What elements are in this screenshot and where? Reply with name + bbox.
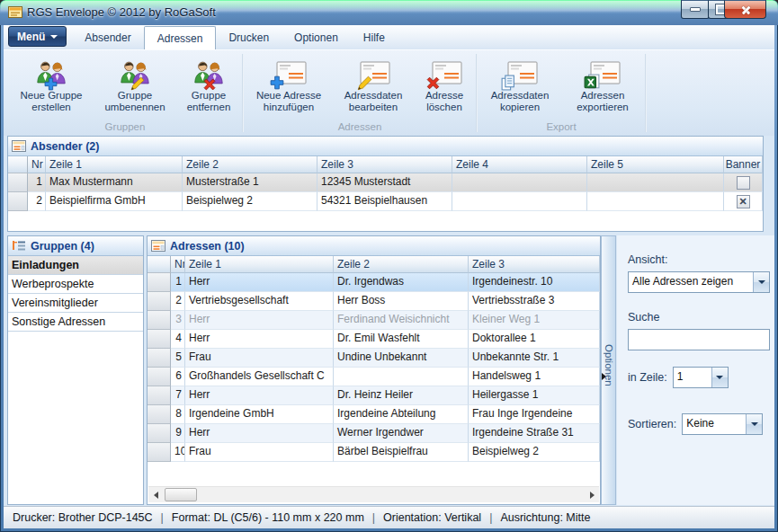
new-group-button[interactable]: Neue Gruppe erstellen — [9, 53, 94, 121]
ansicht-dropdown[interactable]: Alle Adressen zeigen — [628, 271, 770, 293]
row-indicator[interactable] — [148, 405, 171, 424]
column-header-zeile2[interactable]: Zeile 2 — [334, 256, 469, 273]
app-window: RGS Envelope © 2012 by RoGaSoft Menü Abs… — [0, 0, 778, 532]
group-item-einladungen[interactable]: Einladungen — [8, 256, 143, 275]
export-addresses-button[interactable]: Adressen exportieren — [561, 53, 644, 121]
column-header-zeile5[interactable]: Zeile 5 — [587, 156, 724, 173]
in-zeile-dropdown[interactable]: 1 — [673, 367, 729, 388]
address-row[interactable]: 6 Großhandels Gesellschaft C Handelsweg … — [148, 368, 600, 386]
column-header-zeile3[interactable]: Zeile 3 — [317, 156, 452, 173]
window-title: RGS Envelope © 2012 by RoGaSoft — [27, 5, 216, 19]
status-ausrichtung: Ausrichtung: Mitte — [500, 511, 590, 524]
close-button[interactable] — [724, 0, 766, 19]
address-row[interactable]: 1 Herr Dr. Irgendwas Irgendeinestr. 10 — [148, 273, 600, 292]
chevron-down-icon — [758, 280, 765, 284]
column-header-zeile3[interactable]: Zeile 3 — [469, 256, 600, 273]
menu-tab-strip: Menü Absender Adressen Drucken Optionen … — [4, 25, 774, 49]
status-bar: Drucker: Brother DCP-145C | Format: DL (… — [4, 506, 774, 528]
ansicht-label: Ansicht: — [628, 253, 765, 266]
column-header-zeile1[interactable]: Zeile 1 — [46, 156, 183, 173]
optionen-splitter[interactable]: Optionen — [601, 235, 616, 505]
absender-table-header: Nr Zeile 1 Zeile 2 Zeile 3 Zeile 4 Zeile… — [8, 156, 763, 173]
absender-table-row[interactable]: 2 Beispielfirma GmbH Beispielweg 2 54321… — [8, 192, 763, 211]
sortieren-dropdown[interactable]: Keine — [682, 413, 763, 435]
absender-panel-header: Absender (2) — [8, 137, 763, 156]
copy-address-data-button[interactable]: Adressdaten kopieren — [478, 53, 561, 121]
group-delete-icon — [190, 56, 228, 90]
address-row[interactable]: 3 Herr Ferdinand Weisichnicht Kleiner We… — [148, 311, 600, 330]
tab-absender[interactable]: Absender — [72, 26, 143, 49]
status-separator: | — [372, 511, 375, 524]
tab-hilfe[interactable]: Hilfe — [351, 26, 398, 49]
tab-optionen[interactable]: Optionen — [282, 26, 351, 49]
address-add-icon — [270, 56, 308, 90]
column-header-nr[interactable]: Nr — [28, 156, 46, 173]
column-header-nr[interactable]: Nr — [171, 256, 185, 273]
dropdown-button[interactable] — [753, 272, 769, 292]
address-row[interactable]: 10 Frau Bärbel Beispielfrau Beispielweg … — [148, 443, 600, 462]
banner-checkbox[interactable] — [737, 176, 750, 190]
ribbon-group-caption: Export — [478, 121, 644, 136]
menu-button[interactable]: Menü — [8, 26, 67, 47]
group-item-sonstige-adressen[interactable]: Sonstige Adressen — [8, 313, 143, 332]
minimize-button[interactable] — [681, 0, 710, 19]
column-header-zeile4[interactable]: Zeile 4 — [452, 156, 587, 173]
row-indicator[interactable] — [148, 311, 171, 330]
absender-panel: Absender (2) Nr Zeile 1 Zeile 2 Zeile 3 … — [7, 136, 764, 232]
address-edit-icon — [354, 56, 392, 90]
tab-adressen[interactable]: Adressen — [144, 26, 217, 49]
address-delete-icon — [425, 56, 463, 90]
address-row[interactable]: 9 Herr Werner Irgendwer Irgendeine Straß… — [148, 424, 600, 443]
app-icon — [8, 6, 22, 18]
row-indicator[interactable] — [8, 173, 28, 192]
row-indicator[interactable] — [8, 192, 28, 211]
absender-panel-title: Absender (2) — [31, 140, 99, 153]
column-header-banner[interactable]: Banner — [724, 156, 763, 173]
row-indicator[interactable] — [148, 424, 171, 443]
chevron-down-icon — [50, 35, 58, 39]
row-indicator[interactable] — [148, 349, 171, 368]
address-row[interactable]: 4 Herr Dr. Emil Wasfehlt Doktorallee 1 — [148, 330, 600, 349]
column-header-zeile2[interactable]: Zeile 2 — [183, 156, 317, 173]
rename-group-button[interactable]: Gruppe umbenennen — [94, 53, 176, 121]
row-indicator[interactable] — [148, 292, 171, 311]
ribbon-group-caption: Gruppen — [9, 121, 241, 136]
group-item-vereinsmitglieder[interactable]: Vereinsmitglieder — [8, 294, 143, 313]
edit-address-button[interactable]: Adressdaten bearbeiten — [333, 53, 414, 121]
menu-button-label: Menü — [17, 31, 45, 43]
search-input[interactable] — [628, 329, 770, 350]
delete-address-button[interactable]: Adresse löschen — [414, 53, 475, 121]
banner-checkbox[interactable]: ✕ — [737, 195, 750, 208]
scrollbar-thumb[interactable] — [165, 488, 197, 501]
envelope-list-icon — [151, 240, 165, 252]
status-orientation: Orientation: Vertikal — [383, 511, 481, 524]
row-indicator[interactable] — [148, 368, 171, 386]
chevron-down-icon — [716, 376, 723, 379]
address-row[interactable]: 7 Herr Dr. Heinz Heiler Heilergasse 1 — [148, 386, 600, 405]
ribbon-group-gruppen: Neue Gruppe erstellen Gruppe umbenennen — [4, 50, 241, 136]
adressen-table-header: Nr Zeile 1 Zeile 2 Zeile 3 — [148, 256, 600, 273]
gruppen-panel-header: Gruppen (4) — [8, 236, 143, 256]
row-indicator[interactable] — [148, 330, 171, 349]
title-bar[interactable]: RGS Envelope © 2012 by RoGaSoft — [0, 0, 778, 25]
dropdown-button[interactable] — [746, 414, 762, 434]
row-indicator[interactable] — [148, 386, 171, 405]
dropdown-button[interactable] — [711, 368, 728, 387]
address-row[interactable]: 8 Irgendeine GmbH Irgendeine Abteilung F… — [148, 405, 600, 424]
address-row[interactable]: 5 Frau Undine Unbekannt Unbekannte Str. … — [148, 349, 600, 368]
group-rename-icon — [116, 56, 154, 90]
column-header-zeile1[interactable]: Zeile 1 — [185, 256, 334, 273]
ribbon-group-adressen: Neue Adresse hinzufügen Adressdaten bear… — [245, 50, 475, 136]
tab-drucken[interactable]: Drucken — [216, 26, 282, 49]
absender-table-row[interactable]: 1 Max Mustermann Musterstraße 1 12345 Mu… — [8, 173, 763, 192]
group-item-werbeprospekte[interactable]: Werbeprospekte — [8, 275, 143, 294]
delete-group-button[interactable]: Gruppe entfernen — [176, 53, 241, 121]
scroll-right-button[interactable] — [585, 487, 599, 502]
row-indicator[interactable] — [148, 273, 171, 292]
horizontal-scrollbar[interactable] — [148, 486, 599, 502]
row-indicator[interactable] — [148, 443, 171, 462]
address-row[interactable]: 2 Vertriebsgesellschaft Herr Boss Vertri… — [148, 292, 600, 311]
scroll-left-button[interactable] — [148, 487, 163, 502]
arrow-left-icon — [154, 492, 158, 499]
new-address-button[interactable]: Neue Adresse hinzufügen — [245, 53, 333, 121]
